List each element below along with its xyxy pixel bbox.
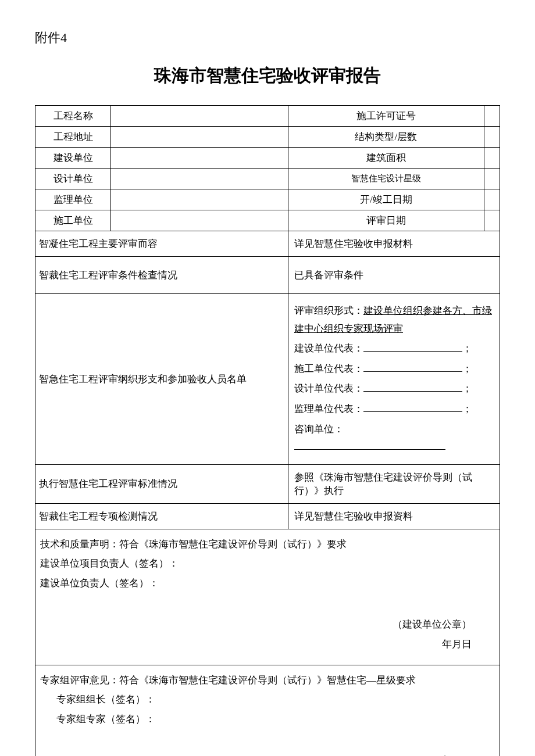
rep-blank[interactable] [363, 391, 462, 392]
rep-blank[interactable] [363, 351, 462, 352]
rep-sep: ； [462, 363, 472, 374]
rep-line: 监理单位代表：； [294, 400, 494, 418]
hdr-value-left[interactable] [111, 169, 288, 189]
hdr-value-right[interactable] [484, 148, 500, 169]
declaration-block: 技术和质量声明：符合《珠海市智慧住宅建设评价导则（试行）》要求 建设单位项目负责… [35, 529, 500, 665]
hdr-value-right[interactable] [484, 189, 500, 210]
rep-blank[interactable] [363, 411, 462, 412]
consult-label: 咨询单位： [294, 424, 344, 435]
condition-check-value: 已具备评审条件 [288, 257, 500, 294]
header-row: 设计单位智慧住宅设计星级 [35, 169, 500, 189]
hdr-label-right: 智慧住宅设计星级 [288, 169, 484, 189]
org-form-label: 评审组织形式： [294, 305, 363, 316]
rep-label: 施工单位代表： [294, 363, 363, 374]
hdr-value-right[interactable] [484, 127, 500, 148]
expert-date: 年月日 [40, 751, 495, 756]
decl-seal: （建设单位公章） [40, 615, 495, 633]
review-content-value: 详见智慧住宅验收申报材料 [288, 231, 500, 257]
hdr-label-left: 施工单位 [35, 210, 111, 231]
doc-title: 珠海市智慧住宅验收评审报告 [35, 64, 500, 88]
hdr-label-left: 工程名称 [35, 106, 111, 127]
decl-spacer [40, 593, 495, 614]
decl-line-1: 技术和质量声明：符合《珠海市智慧住宅建设评价导则（试行）》要求 [40, 535, 495, 553]
hdr-label-right: 施工许可证号 [288, 106, 484, 127]
organization-value: 评审组织形式：建设单位组织参建各方、市绿建中心组织专家现场评审 建设单位代表：；… [288, 294, 500, 465]
hdr-label-left: 设计单位 [35, 169, 111, 189]
consult-blank[interactable] [294, 449, 445, 450]
org-form: 评审组织形式：建设单位组织参建各方、市绿建中心组织专家现场评审 [294, 302, 494, 338]
condition-check-label: 智裁住宅工程评审条件检查情况 [35, 257, 288, 294]
hdr-value-left[interactable] [111, 127, 288, 148]
header-row: 建设单位建筑面积 [35, 148, 500, 169]
expert-block: 专家组评审意见：符合《珠海市智慧住宅建设评价导则（试行）》智慧住宅—星级要求 专… [35, 665, 500, 756]
expert-line-3: 专家组专家（签名）： [40, 710, 495, 728]
rep-label: 设计单位代表： [294, 383, 363, 394]
hdr-value-left[interactable] [111, 106, 288, 127]
header-row: 监理单位开/竣工日期 [35, 189, 500, 210]
hdr-label-right: 开/竣工日期 [288, 189, 484, 210]
rep-label: 监理单位代表： [294, 403, 363, 414]
rep-sep: ； [462, 383, 472, 394]
rep-label: 建设单位代表： [294, 343, 363, 354]
consult-line: 咨询单位： [294, 421, 494, 456]
decl-line-2: 建设单位项目负责人（签名）： [40, 554, 495, 572]
hdr-label-right: 结构类型/层数 [288, 127, 484, 148]
hdr-value-right[interactable] [484, 106, 500, 127]
review-content-label: 智凝住宅工程主要评审而容 [35, 231, 288, 257]
decl-date: 年月日 [40, 635, 495, 653]
hdr-label-left: 监理单位 [35, 189, 111, 210]
hdr-value-left[interactable] [111, 210, 288, 231]
rep-line: 建设单位代表：； [294, 340, 494, 358]
hdr-value-right[interactable] [484, 210, 500, 231]
hdr-label-left: 建设单位 [35, 148, 111, 169]
rep-line: 设计单位代表：； [294, 380, 494, 398]
expert-spacer [40, 729, 495, 750]
standard-value: 参照《珠海市智慧住宅建设评价导则（试行）》执行 [288, 464, 500, 503]
standard-label: 执行智慧住宅工程评审标准情况 [35, 464, 288, 503]
expert-line-1: 专家组评审意见：符合《珠海市智慧住宅建设评价导则（试行）》智慧住宅—星级要求 [40, 671, 495, 689]
rep-blank[interactable] [363, 371, 462, 372]
rep-sep: ； [462, 343, 472, 354]
inspection-label: 智裁住宅工程专项检测情况 [35, 503, 288, 529]
hdr-value-left[interactable] [111, 189, 288, 210]
header-row: 工程地址结构类型/层数 [35, 127, 500, 148]
header-row: 工程名称施工许可证号 [35, 106, 500, 127]
decl-line-3: 建设单位负责人（签名）： [40, 574, 495, 592]
header-row: 施工单位评审日期 [35, 210, 500, 231]
rep-sep: ； [462, 403, 472, 414]
attachment-label: 附件4 [35, 29, 500, 46]
hdr-label-right: 评审日期 [288, 210, 484, 231]
hdr-label-left: 工程地址 [35, 127, 111, 148]
report-table: 工程名称施工许可证号工程地址结构类型/层数建设单位建筑面积设计单位智慧住宅设计星… [35, 105, 500, 756]
organization-label: 智急住宅工程评审纲织形支和参加验收人员名单 [35, 294, 288, 465]
expert-line-2: 专家组组长（签名）： [40, 690, 495, 708]
inspection-value: 详见智慧住宅验收申报资料 [288, 503, 500, 529]
hdr-value-right[interactable] [484, 169, 500, 189]
hdr-label-right: 建筑面积 [288, 148, 484, 169]
hdr-value-left[interactable] [111, 148, 288, 169]
rep-line: 施工单位代表：； [294, 360, 494, 378]
